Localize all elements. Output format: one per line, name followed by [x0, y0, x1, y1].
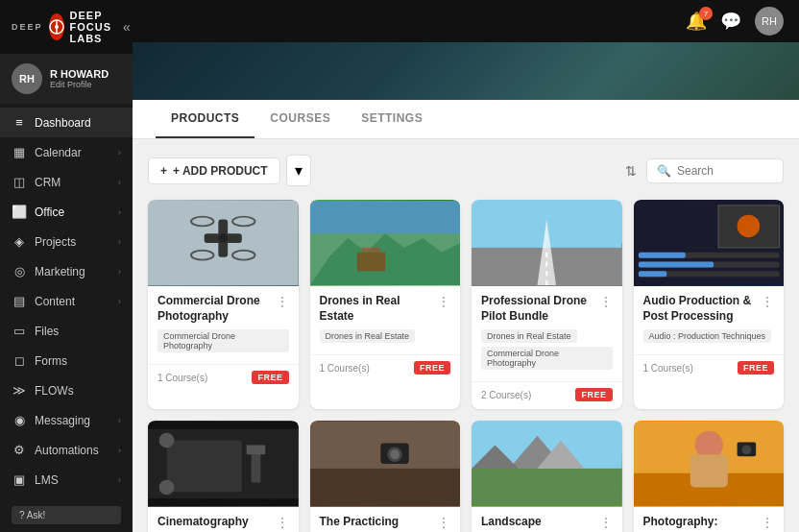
- chevron-icon: ›: [118, 148, 121, 157]
- product-title: Professional Drone Pilot Bundle: [481, 294, 595, 324]
- sidebar-label-forms: Forms: [35, 354, 67, 368]
- app-logo: DEEP DEEP FOCUS LABS: [12, 10, 123, 44]
- sidebar-item-crm[interactable]: ◫ CRM ›: [0, 167, 133, 197]
- svg-rect-15: [361, 248, 380, 253]
- product-body: Drones in Real Estate ⋮ Drones in Real E…: [310, 286, 461, 351]
- product-footer: 1 Course(s) FREE: [310, 354, 461, 382]
- chat-icon: 💬: [720, 12, 741, 31]
- messaging-icon: ◉: [12, 413, 27, 427]
- search-input[interactable]: [677, 164, 773, 178]
- product-thumbnail: [472, 421, 622, 507]
- marketing-icon: ◎: [12, 264, 27, 278]
- tab-courses[interactable]: COURSES: [254, 100, 346, 138]
- product-menu-button[interactable]: ⋮: [433, 294, 450, 309]
- notifications-button[interactable]: 🔔 7: [686, 11, 707, 32]
- svg-rect-39: [310, 469, 461, 506]
- sidebar-item-files[interactable]: ▭ Files: [0, 316, 133, 346]
- svg-point-33: [159, 480, 175, 496]
- product-header: Professional Drone Pilot Bundle ⋮: [481, 294, 613, 324]
- product-menu-button[interactable]: ⋮: [757, 294, 774, 309]
- messages-button[interactable]: 💬: [720, 11, 741, 32]
- product-menu-button[interactable]: ⋮: [595, 294, 613, 309]
- product-tag: Commercial Drone Photography: [157, 329, 289, 352]
- product-thumbnail: [472, 200, 622, 286]
- chevron-icon: ›: [118, 267, 121, 277]
- sidebar-item-automations[interactable]: ⚙ Automations ›: [0, 435, 133, 465]
- ask-label: ? Ask!: [19, 510, 45, 520]
- svg-rect-14: [356, 253, 384, 272]
- dropdown-button[interactable]: ▾: [286, 155, 311, 186]
- product-card-5[interactable]: Cinematography Bundle ⋮ Cinematography B…: [148, 421, 299, 532]
- product-title: Landscape Photography: Basics: [481, 515, 595, 532]
- svg-rect-34: [252, 450, 261, 483]
- sort-icon[interactable]: ⇅: [625, 163, 637, 179]
- sidebar-item-projects[interactable]: ◈ Projects ›: [0, 227, 133, 256]
- product-menu-button[interactable]: ⋮: [433, 515, 450, 530]
- product-card-7[interactable]: Landscape Photography: Basics ⋮ Landscap…: [472, 421, 622, 532]
- sidebar-header: DEEP DEEP FOCUS LABS « +: [0, 0, 133, 54]
- product-menu-button[interactable]: ⋮: [272, 294, 289, 309]
- sidebar-item-forms[interactable]: ◻ Forms: [0, 346, 133, 375]
- product-thumbnail: [148, 421, 299, 507]
- product-thumbnail: [148, 200, 299, 286]
- svg-point-42: [390, 450, 400, 460]
- content-header: PRODUCTS COURSES SETTINGS: [133, 42, 799, 139]
- calendar-icon: ▦: [12, 145, 27, 159]
- sidebar-label-content: Content: [35, 295, 75, 308]
- search-box: 🔍: [646, 158, 784, 183]
- forms-icon: ◻: [12, 353, 27, 368]
- sidebar-item-calendar[interactable]: ▦ Calendar ›: [0, 137, 133, 167]
- product-body: Audio Production & Post Processing ⋮ Aud…: [634, 286, 785, 351]
- product-card-8[interactable]: Photography: Beginner Series ⋮ Photograp…: [634, 421, 785, 532]
- free-badge: FREE: [575, 388, 612, 401]
- sidebar-item-dashboard[interactable]: ≡ Dashboard: [0, 108, 133, 137]
- product-card-6[interactable]: The Practicing Photographer ⋮ Photograph…: [310, 421, 461, 532]
- sidebar-label-calendar: Calendar: [35, 146, 82, 159]
- product-tags: Drones in Real EstateCommercial Drone Ph…: [481, 329, 613, 370]
- svg-rect-28: [638, 262, 713, 268]
- tab-settings[interactable]: SETTINGS: [346, 100, 438, 138]
- product-menu-button[interactable]: ⋮: [757, 515, 774, 530]
- product-body: Photography: Beginner Series ⋮ Photograp…: [634, 507, 785, 532]
- sidebar-item-office[interactable]: ⬜ Office ›: [0, 197, 133, 227]
- course-count: 2 Course(s): [481, 390, 531, 400]
- product-footer: 1 Course(s) FREE: [634, 354, 785, 382]
- product-menu-button[interactable]: ⋮: [595, 515, 613, 530]
- collapse-button[interactable]: «: [123, 19, 131, 35]
- crm-icon: ◫: [12, 175, 27, 189]
- sidebar-label-lms: LMS: [35, 473, 59, 487]
- svg-rect-36: [148, 422, 299, 429]
- sidebar: DEEP DEEP FOCUS LABS « + RH R HOWARD Edi…: [0, 0, 133, 532]
- toolbar-right: ⇅ 🔍: [625, 158, 784, 183]
- tab-products[interactable]: PRODUCTS: [156, 100, 254, 138]
- user-avatar-topbar[interactable]: RH: [755, 7, 784, 36]
- sidebar-label-crm: CRM: [35, 176, 61, 189]
- edit-profile-link[interactable]: Edit Profile: [50, 80, 121, 89]
- sidebar-item-settings[interactable]: ⚙ Settings ›: [0, 495, 133, 498]
- sidebar-item-marketing[interactable]: ◎ Marketing ›: [0, 256, 133, 286]
- lms-icon: ▣: [12, 472, 27, 487]
- product-menu-button[interactable]: ⋮: [272, 515, 289, 530]
- add-product-button[interactable]: + + ADD PRODUCT: [148, 157, 280, 184]
- product-card-2[interactable]: Drones in Real Estate ⋮ Drones in Real E…: [310, 200, 461, 409]
- sidebar-item-content[interactable]: ▤ Content ›: [0, 286, 133, 316]
- product-title: Commercial Drone Photography: [157, 294, 272, 324]
- product-grid: Commercial Drone Photography ⋮ Commercia…: [148, 200, 784, 532]
- svg-point-53: [741, 446, 751, 455]
- user-section: RH R HOWARD Edit Profile: [0, 54, 133, 104]
- ask-button[interactable]: ? Ask!: [12, 506, 121, 524]
- projects-icon: ◈: [12, 234, 27, 249]
- logo-text: DEEP FOCUS LABS: [70, 10, 124, 44]
- hero-banner: [133, 42, 799, 100]
- user-name: R HOWARD: [50, 68, 121, 80]
- product-card-3[interactable]: Professional Drone Pilot Bundle ⋮ Drones…: [472, 200, 622, 409]
- sidebar-item-lms[interactable]: ▣ LMS ›: [0, 465, 133, 495]
- sidebar-item-messaging[interactable]: ◉ Messaging ›: [0, 405, 133, 435]
- svg-rect-37: [148, 498, 299, 506]
- product-header: Cinematography Bundle ⋮: [157, 515, 289, 532]
- product-card-4[interactable]: Audio Production & Post Processing ⋮ Aud…: [634, 200, 785, 409]
- product-card-1[interactable]: Commercial Drone Photography ⋮ Commercia…: [148, 200, 299, 409]
- dashboard-icon: ≡: [12, 115, 27, 130]
- sidebar-item-flows[interactable]: ≫ FLOWs: [0, 375, 133, 405]
- sidebar-label-dashboard: Dashboard: [35, 116, 91, 130]
